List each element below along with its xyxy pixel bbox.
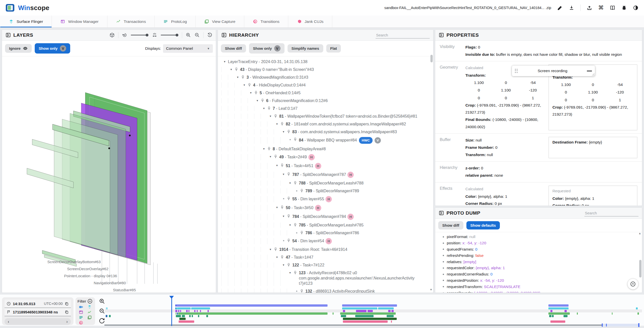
tree-node-47[interactable]: ▾47 - Task=1#47 (218, 253, 433, 261)
expand-toggle-icon[interactable]: ▾ (267, 114, 274, 119)
spacing-slider[interactable] (161, 34, 178, 36)
tree-node-84[interactable]: 84 - Wallpaper BBQ wrapper#84HWCV (218, 136, 433, 145)
timeline-reset-zoom-icon[interactable] (99, 318, 105, 324)
timeline-zoom-in-icon[interactable] (99, 298, 105, 304)
timeline-segment-protolog[interactable] (192, 315, 193, 317)
tree-node-root[interactable]: ▾LayerTraceEntry - 2024-03-31, 14:31:05.… (218, 58, 433, 66)
human-time-value[interactable]: 14:31:05.013 (13, 302, 42, 306)
expand-toggle-icon[interactable]: ▾ (228, 67, 234, 72)
transactions-filter-icon[interactable] (87, 310, 92, 314)
displays-select[interactable]: Common Panel ▼ (163, 44, 213, 53)
tree-node-788[interactable]: ▾788 - SplitDecorManagerLeash#788 (218, 179, 433, 187)
timeline-segment-window-manager[interactable] (343, 310, 345, 312)
range-handle-left[interactable] (602, 323, 603, 327)
expand-toggle-icon[interactable]: ▾ (274, 163, 280, 168)
documentation-icon[interactable] (610, 5, 615, 11)
tree-node-132[interactable]: 132 - d886913 ActivityRecordInputSink co… (218, 287, 433, 293)
expand-toggle-icon[interactable]: ▾ (234, 75, 241, 80)
pin-icon[interactable] (293, 222, 299, 227)
collapse-panel-icon[interactable] (6, 32, 11, 38)
zoom-out-icon[interactable] (194, 32, 200, 38)
tree-node-7[interactable]: ▾7 - Leaf:0:1#7 (218, 105, 433, 112)
tree-node-82[interactable]: ▾82 - 181eabf com.android.systemui.wallp… (218, 120, 433, 128)
timeline-segment-view-capture[interactable] (179, 318, 186, 320)
tab-jank-cujs[interactable]: Jank CUJs (288, 16, 332, 27)
tree-node-4[interactable]: ▾4 - HideDisplayCutout:0:14#4 (218, 81, 433, 89)
proto-row[interactable]: screenBounds: (-10800, -24000) - (10800,… (435, 290, 642, 293)
tree-node-3[interactable]: ▾3 - WindowedMagnification:0:31#3 (218, 73, 433, 81)
report-bug-icon[interactable] (621, 5, 627, 11)
timeline-segment-transactions[interactable] (637, 312, 639, 315)
tree-node-1914[interactable]: ▾1914 - Transition Root: Task=46#1914 (218, 246, 433, 253)
tree-node-786[interactable]: 786 - SplitDecorManager#786 (218, 229, 433, 237)
range-handle-mid[interactable] (606, 324, 607, 326)
window-manager-filter-icon[interactable] (79, 310, 83, 314)
pin-icon[interactable] (287, 172, 292, 176)
tree-node-787[interactable]: ▾787 - SplitDecorManager#787H (218, 170, 433, 179)
scroll-down-icon[interactable]: ▼ (430, 288, 432, 291)
timeline-segment-window-manager[interactable] (194, 310, 195, 312)
show-diff-button[interactable]: Show diff (438, 221, 463, 229)
tab-surface-flinger[interactable]: Surface Flinger (0, 16, 52, 27)
dark-mode-icon[interactable] (633, 5, 638, 11)
layer-3d-label[interactable]: ScreenDecorOverlay#62 (67, 267, 108, 271)
minimize-icon[interactable] (587, 71, 592, 71)
tree-node-789[interactable]: 789 - SplitDecorManager#789 (218, 187, 433, 195)
pin-icon[interactable] (287, 214, 292, 218)
expand-toggle-icon[interactable]: ▾ (287, 222, 293, 228)
timeline-segment-window-manager[interactable] (356, 310, 367, 312)
copy-icon[interactable] (65, 302, 69, 306)
pin-icon[interactable] (280, 205, 286, 209)
show-diff-button[interactable]: Show diff (221, 44, 246, 53)
timeline-segment-transactions[interactable] (548, 312, 570, 315)
pin-icon[interactable] (274, 154, 279, 158)
expand-toggle-icon[interactable]: ▾ (280, 129, 287, 134)
rotation-slider[interactable] (131, 34, 148, 36)
proto-row[interactable]: requestedPosition: x: -54, y: -120 (435, 277, 642, 284)
expand-toggle-icon[interactable]: ▾ (261, 146, 267, 152)
layer-3d-label[interactable]: NavigationBar0#80 (94, 281, 126, 285)
pin-icon[interactable] (274, 247, 279, 251)
timeline-segment-protolog[interactable] (549, 315, 551, 317)
timeline-segment-protolog[interactable] (106, 315, 107, 317)
pin-icon[interactable] (280, 121, 286, 126)
hierarchy-scrollbar[interactable] (430, 55, 433, 62)
next-frame-button[interactable]: › (66, 319, 68, 324)
layer-3d-label[interactable]: PointerLocation - display 0#136 (64, 274, 117, 278)
timeline-segment-transactions[interactable] (178, 312, 328, 315)
tree-node-43[interactable]: ▾43 - Display 0 name="Built-in Screen"#4… (218, 66, 433, 73)
nanosecond-time-value[interactable]: 1711895465013903348 ns (13, 310, 63, 314)
flat-button[interactable]: Flat (326, 44, 341, 53)
view-capture-filter-icon[interactable] (87, 315, 92, 320)
proto-row[interactable]: requestedColor: {empty}, alpha: 1 (435, 265, 642, 271)
expand-toggle-icon[interactable]: ▾ (280, 172, 287, 177)
expand-toggle-icon[interactable]: ▾ (267, 154, 274, 159)
download-icon[interactable] (569, 5, 574, 11)
layer-3d-label[interactable]: ScreenDecorOverlayBottom#63 (47, 260, 101, 264)
pin-icon[interactable] (287, 196, 292, 200)
expand-toggle-icon[interactable]: ▾ (287, 270, 293, 275)
timeline-segment-window-manager[interactable] (550, 310, 552, 312)
tree-node-784[interactable]: ▾784 - SplitDecorManager#784H (218, 212, 433, 221)
proto-row[interactable]: pixelFormat: null (435, 234, 642, 240)
tree-node-83[interactable]: ▾83 - com.android.systemui.wallpapers.Im… (218, 128, 433, 136)
timeline-segment-view-capture[interactable] (343, 318, 397, 320)
expand-toggle-icon[interactable]: ▾ (221, 59, 228, 64)
scroll-up-icon[interactable]: ▲ (638, 232, 641, 235)
collapse-panel-icon[interactable] (439, 32, 444, 38)
expand-toggle-icon[interactable]: ▾ (287, 180, 293, 186)
timeline-segment-window-manager[interactable] (208, 310, 209, 312)
expand-toggle-icon[interactable]: ▾ (280, 214, 287, 219)
timeline-segment-protolog[interactable] (355, 315, 374, 317)
pin-icon[interactable] (267, 106, 273, 110)
timeline-segment-transactions[interactable] (577, 312, 578, 315)
shortcuts-icon[interactable]: ⌘ (598, 5, 604, 11)
transitions-filter-icon[interactable] (79, 320, 83, 325)
pin-icon[interactable] (287, 238, 292, 242)
collapse-filter-icon[interactable] (87, 299, 93, 304)
tree-node-122[interactable]: ▾122 - Task=7#122 (218, 261, 433, 269)
tree-node-55[interactable]: 55 - Dim layer#55H (218, 195, 433, 204)
timeline-segment-transitions[interactable] (550, 320, 565, 323)
timeline-segment-protolog[interactable] (341, 315, 346, 317)
tree-node-50[interactable]: ▾50 - Task=3#50H (218, 204, 433, 212)
